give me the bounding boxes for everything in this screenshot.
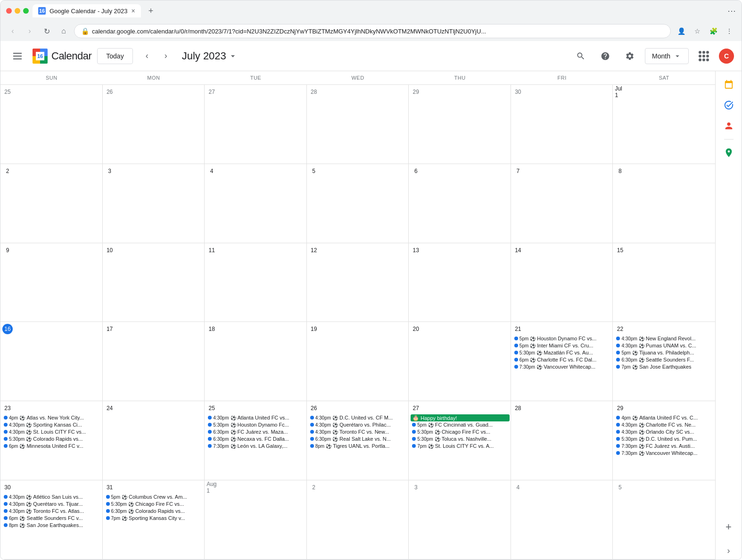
cell-aug1[interactable]: Aug 1: [205, 480, 307, 559]
event-jul25-2[interactable]: 5:30pm⚽Houston Dynamo Fc...: [206, 421, 305, 428]
browser-settings-button[interactable]: ⋮: [723, 25, 736, 38]
event-jul29-2[interactable]: 4:30pm⚽Charlotte FC vs. Ne...: [615, 421, 714, 428]
cell-aug3[interactable]: 3: [409, 480, 511, 559]
close-dot[interactable]: [6, 8, 12, 14]
cell-jul31[interactable]: 31 5pm⚽Columbus Crew vs. Am... 5:30pm⚽Ch…: [103, 480, 205, 559]
event-jul26-3[interactable]: 4:30pm⚽Toronto FC vs. New...: [309, 428, 408, 435]
cell-jul8[interactable]: 8: [613, 164, 715, 243]
cell-jul25[interactable]: 25 4:30pm⚽Atlanta United FC vs... 5:30pm…: [205, 401, 307, 480]
cell-jul6[interactable]: 6: [409, 164, 511, 243]
search-button[interactable]: [571, 47, 590, 66]
month-title[interactable]: July 2023: [182, 50, 238, 62]
event-jul23-5[interactable]: 6pm⚽Minnesota United FC v...: [2, 443, 101, 449]
event-jul25-4[interactable]: 6:30pm⚽Necaxa vs. FC Dalla...: [206, 436, 305, 442]
event-jul29-3[interactable]: 4:30pm⚽Orlando City SC vs...: [615, 428, 714, 435]
event-jul26-5[interactable]: 8pm⚽Tigres UANL vs. Portla...: [309, 443, 408, 449]
cell-jul14[interactable]: 14: [511, 243, 613, 322]
cell-jul10[interactable]: 10: [103, 243, 205, 322]
cell-jul19[interactable]: 19: [307, 322, 409, 401]
help-button[interactable]: [596, 47, 615, 66]
cell-jul15[interactable]: 15: [613, 243, 715, 322]
address-bar[interactable]: 🔒 calendar.google.com/calendar/u/0/r/mon…: [74, 24, 671, 38]
event-jul31-1[interactable]: 5pm⚽Columbus Crew vs. Am...: [105, 494, 204, 500]
view-selector[interactable]: Month: [645, 48, 689, 64]
event-jul21-3[interactable]: 5:30pm⚽Mazatlán FC vs. Au...: [513, 349, 612, 356]
event-jul25-1[interactable]: 4:30pm⚽Atlanta United FC vs...: [206, 414, 305, 421]
cell-jul28[interactable]: 28: [511, 401, 613, 480]
cell-jul7[interactable]: 7: [511, 164, 613, 243]
event-jul30-5[interactable]: 8pm⚽San Jose Earthquakes...: [2, 522, 101, 528]
event-jul21-1[interactable]: 5pm⚽Houston Dynamo FC vs...: [513, 335, 612, 342]
cell-jun29[interactable]: 29: [409, 85, 511, 164]
cell-jul22[interactable]: 22 4:30pm⚽New England Revol... 4:30pm⚽Pu…: [613, 322, 715, 401]
cell-jul20[interactable]: 20: [409, 322, 511, 401]
cell-aug2[interactable]: 2: [307, 480, 409, 559]
apps-button[interactable]: [694, 47, 713, 66]
minimize-dot[interactable]: [15, 8, 20, 14]
extensions-button[interactable]: 🧩: [707, 25, 720, 38]
event-birthday-jul27[interactable]: 🎂 Happy birthday!: [411, 414, 510, 421]
event-jul23-2[interactable]: 4:30pm⚽Sporting Kansas Ci...: [2, 421, 101, 428]
event-jul22-3[interactable]: 5pm⚽Tijuana vs. Philadelph...: [615, 349, 714, 356]
event-jul30-4[interactable]: 6pm⚽Seattle Sounders FC v...: [2, 515, 101, 521]
cell-jul29[interactable]: 29 4pm⚽Atlanta United FC vs. C... 4:30pm…: [613, 401, 715, 480]
event-jul21-4[interactable]: 6pm⚽Charlotte FC vs. FC Dal...: [513, 356, 612, 363]
event-jul21-5[interactable]: 7:30pm⚽Vancouver Whitecap...: [513, 363, 612, 370]
event-jul23-3[interactable]: 4:30pm⚽St. Louis CITY FC vs...: [2, 428, 101, 435]
cell-jul21[interactable]: 21 5pm⚽Houston Dynamo FC vs... 5pm⚽Inter…: [511, 322, 613, 401]
next-month-button[interactable]: ›: [157, 48, 174, 65]
event-jul29-6[interactable]: 7:30pm⚽Vancouver Whitecap...: [615, 450, 714, 456]
sidebar-collapse-button[interactable]: ›: [727, 546, 730, 560]
event-jul26-1[interactable]: 4:30pm⚽D.C. United vs. CF M...: [309, 414, 408, 421]
cell-jun27[interactable]: 27: [205, 85, 307, 164]
event-jul27-2[interactable]: 5:30pm⚽Chicago Fire FC vs...: [411, 428, 510, 435]
sidebar-add-button[interactable]: +: [719, 518, 738, 536]
cell-jul1[interactable]: Jul 1: [613, 85, 715, 164]
event-jul29-1[interactable]: 4pm⚽Atlanta United FC vs. C...: [615, 414, 714, 421]
browser-menu-button[interactable]: ⋯: [727, 6, 736, 16]
event-jul22-2[interactable]: 4:30pm⚽Pumas UNAM vs. C...: [615, 342, 714, 349]
user-avatar[interactable]: C: [719, 49, 734, 64]
sidebar-tasks-icon[interactable]: [719, 96, 738, 115]
cell-jul9[interactable]: 9: [0, 243, 103, 322]
back-button[interactable]: ‹: [6, 25, 19, 38]
cell-jul5[interactable]: 5: [307, 164, 409, 243]
cell-jul4[interactable]: 4: [205, 164, 307, 243]
cell-jul26[interactable]: 26 4:30pm⚽D.C. United vs. CF M... 4:30pm…: [307, 401, 409, 480]
cell-jul3[interactable]: 3: [103, 164, 205, 243]
today-button[interactable]: Today: [97, 48, 132, 64]
event-jul25-5[interactable]: 7:30pm⚽León vs. LA Galaxy,...: [206, 443, 305, 449]
cell-jun28[interactable]: 28: [307, 85, 409, 164]
event-jul23-4[interactable]: 5:30pm⚽Colorado Rapids vs...: [2, 436, 101, 442]
profile-button[interactable]: 👤: [675, 25, 688, 38]
cell-jun30[interactable]: 30: [511, 85, 613, 164]
cell-jun25[interactable]: 25: [0, 85, 103, 164]
event-jul23-1[interactable]: 4pm⚽Atlas vs. New York City...: [2, 414, 101, 421]
cell-jul24[interactable]: 24: [103, 401, 205, 480]
event-jul31-4[interactable]: 7pm⚽Sporting Kansas City v...: [105, 515, 204, 521]
cell-jul23[interactable]: 23 4pm⚽Atlas vs. New York City... 4:30pm…: [0, 401, 103, 480]
event-jul25-3[interactable]: 6:30pm⚽FC Juárez vs. Maza...: [206, 428, 305, 435]
event-jul30-2[interactable]: 4:30pm⚽Querétaro vs. Tijuar...: [2, 501, 101, 507]
cell-jul12[interactable]: 12: [307, 243, 409, 322]
cell-jul18[interactable]: 18: [205, 322, 307, 401]
event-jul31-3[interactable]: 6:30pm⚽Colorado Rapids vs...: [105, 508, 204, 514]
event-jul27-1[interactable]: 5pm⚽FC Cincinnati vs. Guad...: [411, 421, 510, 428]
event-jul21-2[interactable]: 5pm⚽Inter Miami CF vs. Cru...: [513, 342, 612, 349]
event-jul31-2[interactable]: 5:30pm⚽Chicago Fire FC vs...: [105, 501, 204, 507]
event-jul27-3[interactable]: 5:30pm⚽Toluca vs. Nashville...: [411, 436, 510, 442]
event-jul26-4[interactable]: 6:30pm⚽Real Salt Lake vs. N...: [309, 436, 408, 442]
new-tab-button[interactable]: +: [145, 6, 157, 16]
cell-jul2[interactable]: 2: [0, 164, 103, 243]
sidebar-contacts-icon[interactable]: [719, 116, 738, 135]
event-jul22-5[interactable]: 7pm⚽San Jose Earthquakes: [615, 363, 714, 370]
forward-button[interactable]: ›: [23, 25, 36, 38]
cell-jul30[interactable]: 30 4:30pm⚽Atlético San Luis vs... 4:30pm…: [0, 480, 103, 559]
home-button[interactable]: ⌂: [57, 25, 70, 38]
bookmark-button[interactable]: ☆: [691, 25, 704, 38]
cell-jul11[interactable]: 11: [205, 243, 307, 322]
event-jul27-4[interactable]: 7pm⚽St. Louis CITY FC vs. A...: [411, 443, 510, 449]
settings-button[interactable]: [620, 47, 639, 66]
maximize-dot[interactable]: [23, 8, 29, 14]
browser-tab[interactable]: 16 Google Calendar - July 2023 ×: [33, 4, 141, 17]
